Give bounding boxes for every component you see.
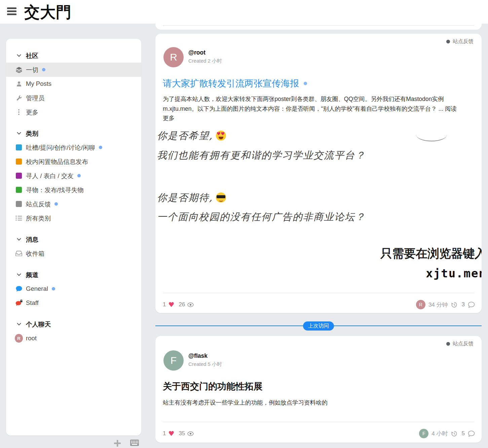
sidebar-item-more[interactable]: 更多: [6, 105, 141, 119]
tag-chip[interactable]: 站点反馈: [446, 38, 474, 45]
poster-line-1: 你是否希望,♥♥: [157, 129, 226, 143]
sunglasses-emoji: [216, 193, 226, 203]
previous-card-bottom: [155, 24, 482, 30]
avatar[interactable]: F: [163, 350, 184, 371]
view-count: 35: [179, 430, 185, 437]
sidebar-item-admin[interactable]: 管理员: [6, 91, 141, 105]
discussion-card-1[interactable]: 站点反馈 R @root Created 2 小时 请大家扩散转发引流两张宣传海…: [155, 34, 482, 313]
user-icon: [15, 81, 23, 87]
sidebar: 社区 一切 My Posts 管理员 更多 类别: [6, 39, 141, 436]
tag-chip[interactable]: 站点反馈: [446, 340, 474, 347]
last-visit-badge: 上次访问: [303, 321, 334, 331]
divider: [163, 422, 474, 422]
discussion-title[interactable]: 请大家扩散转发引流两张宣传海报: [163, 77, 307, 90]
poster-line-4: 一个面向校园的没有任何广告的非商业论坛？: [157, 210, 366, 224]
category-swatch: [15, 144, 23, 150]
tag-color-dot: [446, 40, 450, 43]
sidebar-item-category-feedback[interactable]: 站点反馈: [6, 197, 141, 211]
poster-image: 你是否希望,♥♥ 我们也能有拥有更和谐的学习学业交流平台？ 你是否期待, 一个面…: [155, 127, 482, 293]
plus-icon[interactable]: [113, 439, 121, 447]
section-header-channels[interactable]: 频道: [6, 268, 141, 282]
sidebar-item-category-people[interactable]: 寻人 / 表白 / 交友: [6, 169, 141, 183]
sidebar-item-category-chat[interactable]: 吐槽/提问/创作/讨论/闲聊: [6, 140, 141, 154]
chevron-down-icon: [15, 132, 23, 135]
unread-dot: [52, 287, 55, 290]
reply-count: 5: [462, 430, 465, 437]
unread-dot: [99, 146, 102, 149]
keyboard-icon[interactable]: [130, 439, 139, 446]
poster-url-text: xjtu.men: [426, 267, 482, 280]
eye-icon: [187, 302, 194, 307]
chevron-down-icon: [15, 323, 23, 325]
avatar[interactable]: F: [419, 429, 428, 438]
smile-arc-drawing: [416, 128, 447, 141]
wrench-icon: [15, 95, 23, 101]
sidebar-footer: [6, 438, 141, 448]
discussion-card-2[interactable]: 站点反馈 F @flask Created 5 小时 关于西交门的功能性拓展 站…: [155, 336, 482, 443]
post-excerpt: 为了提高本站人数，欢迎大家转发下面两张poster到各类群、朋友圈、QQ空间。另…: [163, 94, 460, 123]
history-icon: [451, 430, 457, 437]
sidebar-item-my-posts[interactable]: My Posts: [6, 77, 141, 91]
reply-count: 3: [462, 301, 465, 308]
sidebar-item-all-categories[interactable]: 所有类别: [6, 211, 141, 225]
discussion-title[interactable]: 关于西交门的功能性拓展: [163, 380, 263, 392]
avatar[interactable]: R: [416, 300, 425, 309]
section-header-community[interactable]: 社区: [6, 48, 141, 63]
unread-dot: [304, 82, 307, 85]
sidebar-item-category-lostfound[interactable]: 寻物：发布/找寻失物: [6, 183, 141, 197]
category-swatch: [15, 187, 23, 193]
card-footer: 1 ♥ 35 F 4 小时 5: [163, 428, 475, 439]
inbox-icon: [15, 251, 23, 256]
unread-dot: [54, 202, 58, 206]
divider: [163, 293, 474, 293]
last-activity-time: 4 小时: [431, 430, 448, 438]
sidebar-item-inbox[interactable]: 收件箱: [6, 246, 141, 261]
author-username[interactable]: @flask: [188, 352, 208, 359]
like-count: 1: [163, 430, 166, 437]
comment-lock-icon: [15, 300, 23, 307]
author-username[interactable]: @root: [188, 49, 205, 56]
avatar[interactable]: R: [163, 47, 184, 67]
layers-icon: [15, 66, 23, 73]
poster-line-2: 我们也能有拥有更和谐的学习学业交流平台？: [157, 149, 366, 162]
heart-eyes-emoji: ♥♥: [216, 131, 226, 141]
comment-icon: [15, 286, 23, 292]
poster-line-3: 你是否期待,: [157, 191, 226, 205]
heart-icon: ♥: [168, 430, 174, 437]
sidebar-item-channel-general[interactable]: General: [6, 282, 141, 296]
history-icon: [451, 302, 457, 308]
hamburger-menu-icon[interactable]: [7, 7, 16, 16]
sidebar-section-channels: 频道 General Staff: [6, 268, 141, 310]
chevron-down-icon: [15, 273, 23, 276]
sidebar-section-private-chat: 个人聊天 R root: [6, 317, 141, 345]
category-swatch: [15, 173, 23, 179]
app-header: 交大門: [0, 0, 488, 24]
poster-cta-text: 只需要在浏览器键入: [380, 246, 482, 262]
unread-dot: [42, 68, 45, 71]
ellipsis-v-icon: [15, 109, 23, 115]
created-timestamp: Created 2 小时: [188, 58, 222, 64]
sidebar-item-channel-staff[interactable]: Staff: [6, 296, 141, 310]
sidebar-section-messages: 消息 收件箱: [6, 232, 141, 261]
category-swatch: [15, 201, 23, 207]
reply-bubble-icon[interactable]: [468, 302, 475, 308]
section-header-messages[interactable]: 消息: [6, 232, 141, 246]
view-count: 26: [179, 301, 185, 308]
sidebar-item-category-secondhand[interactable]: 校内闲置物品信息发布: [6, 154, 141, 169]
eye-icon: [187, 431, 194, 436]
tag-color-dot: [446, 342, 450, 346]
sidebar-item-chat-root[interactable]: R root: [6, 331, 141, 345]
post-excerpt: 站主有没有考虑开设一些学业上的功能，例如放点学习资料啥的: [163, 398, 460, 408]
last-visit-divider: 上次访问: [155, 321, 482, 330]
site-title[interactable]: 交大門: [24, 2, 72, 23]
section-header-private-chat[interactable]: 个人聊天: [6, 317, 141, 331]
category-swatch: [15, 159, 23, 165]
card-footer: 1 ♥ 26 R 34 分钟 3: [163, 300, 475, 310]
unread-dot: [77, 174, 81, 177]
created-timestamp: Created 5 小时: [188, 361, 222, 368]
list-icon: [15, 215, 23, 221]
reply-bubble-icon[interactable]: [468, 430, 475, 437]
sidebar-item-all[interactable]: 一切: [6, 63, 141, 77]
section-header-categories[interactable]: 类别: [6, 126, 141, 140]
last-activity-time: 34 分钟: [428, 301, 448, 309]
